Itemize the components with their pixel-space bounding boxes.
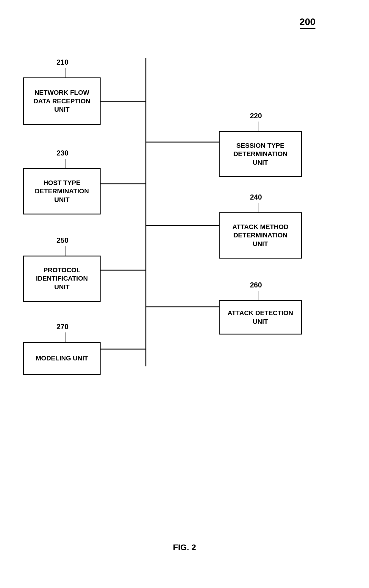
label-260: 260 (250, 281, 262, 289)
ref-number-200: 200 (300, 16, 315, 29)
label-220: 220 (250, 112, 262, 120)
box-attack-method-label: ATTACK METHODDETERMINATIONUNIT (232, 223, 289, 248)
label-270: 270 (57, 323, 68, 331)
box-host-type-label: HOST TYPEDETERMINATIONUNIT (35, 179, 89, 204)
box-protocol-id-label: PROTOCOLIDENTIFICATIONUNIT (36, 266, 88, 292)
box-attack-detection: ATTACK DETECTIONUNIT (219, 300, 302, 335)
box-modeling: MODELING UNIT (23, 342, 101, 375)
box-session-type-label: SESSION TYPEDETERMINATIONUNIT (233, 141, 287, 167)
label-210: 210 (57, 58, 68, 66)
box-protocol-id: PROTOCOLIDENTIFICATIONUNIT (23, 256, 101, 302)
label-240: 240 (250, 193, 262, 201)
box-network-flow-label: NETWORK FLOWDATA RECEPTIONUNIT (33, 88, 90, 114)
box-network-flow: NETWORK FLOWDATA RECEPTIONUNIT (23, 77, 101, 125)
box-session-type: SESSION TYPEDETERMINATIONUNIT (219, 131, 302, 177)
label-250: 250 (57, 236, 68, 245)
box-host-type: HOST TYPEDETERMINATIONUNIT (23, 168, 101, 214)
box-modeling-label: MODELING UNIT (36, 354, 88, 363)
diagram-container: 200 210 NETWORK FLOWDATA RECEPTIONUNIT 2… (0, 0, 369, 588)
box-attack-detection-label: ATTACK DETECTIONUNIT (228, 309, 293, 326)
figure-caption: FIG. 2 (173, 543, 196, 552)
box-attack-method: ATTACK METHODDETERMINATIONUNIT (219, 212, 302, 259)
label-230: 230 (57, 149, 68, 157)
